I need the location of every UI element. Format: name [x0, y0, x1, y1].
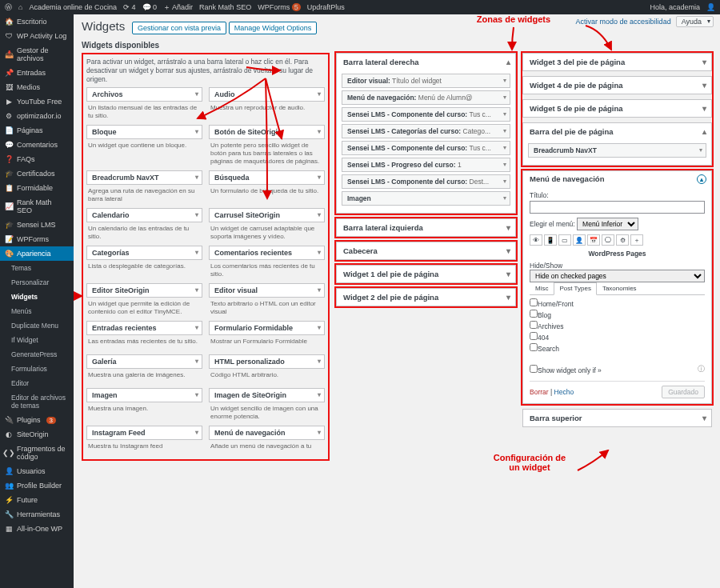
zone-barra-del-pie-de-página[interactable]: Barra del pie de página	[523, 123, 711, 140]
tab-post-types[interactable]: Post Types	[554, 282, 596, 295]
menu-escritorio[interactable]: 🏠Escritorio	[0, 14, 74, 29]
wopt-icon-1[interactable]: 📱	[544, 234, 557, 246]
menu-usuarios[interactable]: 👤Usuarios	[0, 464, 74, 478]
menu-profile-builder[interactable]: 👥Profile Builder	[0, 478, 74, 493]
menu-páginas[interactable]: 📄Páginas	[0, 123, 74, 138]
btn-preview[interactable]: Gestionar con vista previa	[132, 22, 226, 34]
avail-widget-audio[interactable]: Audio	[209, 87, 325, 102]
menu-menús[interactable]: Menús	[0, 304, 74, 318]
menu-apariencia[interactable]: 🎨Apariencia	[0, 246, 74, 261]
updates-icon[interactable]: ⟳ 4	[123, 3, 136, 11]
menu-if-widget[interactable]: If Widget	[0, 333, 74, 347]
menu-editor[interactable]: Editor	[0, 376, 74, 390]
menu-temas[interactable]: Temas	[0, 261, 74, 275]
site-name[interactable]: Academia online de Cocina	[29, 3, 117, 11]
wopt-icon-5[interactable]: 🖵	[602, 234, 614, 246]
menu-entradas[interactable]: 📌Entradas	[0, 66, 74, 80]
avail-widget-archivos[interactable]: Archivos	[86, 87, 202, 102]
menu-certificados[interactable]: 🎓Certificados	[0, 166, 74, 181]
avail-widget-breadcrumb-navxt[interactable]: Breadcrumb NavXT	[86, 170, 202, 185]
menu-comentarios[interactable]: 💬Comentarios	[0, 138, 74, 152]
menu-plugins[interactable]: 🔌Plugins3	[0, 413, 74, 427]
hide-show-select[interactable]: Hide on checked pages	[530, 270, 705, 282]
menu-optimizador.io[interactable]: ⚙optimizador.io	[0, 109, 74, 123]
avail-widget-galería[interactable]: Galería	[86, 354, 202, 369]
info-icon[interactable]: ⓘ	[698, 365, 705, 374]
avail-widget-imagen-de-siteorigin[interactable]: Imagen de SiteOrigin	[209, 388, 325, 402]
menu-formularios[interactable]: Formularios	[0, 362, 74, 376]
adminbar-updraft[interactable]: UpdraftPlus	[307, 3, 345, 11]
zone-widget-1-del-pie-de-página[interactable]: Widget 1 del pie de página	[337, 266, 515, 282]
avail-widget-editor-siteorigin[interactable]: Editor SiteOrigin	[86, 283, 202, 298]
menu-gestor-de-archivos[interactable]: 📥Gestor de archivos	[0, 43, 74, 66]
menu-herramientas[interactable]: 🔧Herramientas	[0, 507, 74, 522]
tab-taxonomies[interactable]: Taxonomies	[597, 282, 642, 294]
avail-widget-carrusel-siteorigin[interactable]: Carrusel SiteOrigin	[209, 208, 325, 222]
chk-blog[interactable]	[530, 310, 538, 318]
menu-duplicate-menu[interactable]: Duplicate Menu	[0, 318, 74, 333]
help-tab[interactable]: Ayuda	[676, 16, 714, 27]
avail-widget-búsqueda[interactable]: Búsqueda	[209, 170, 325, 185]
avail-widget-botón-de-siteorigin[interactable]: Botón de SiteOrigin	[209, 125, 325, 139]
chk-only-if[interactable]	[530, 365, 538, 373]
wopt-icon-6[interactable]: ⚙	[616, 234, 629, 246]
wconf-collapse-icon[interactable]: ▴	[697, 174, 706, 184]
menu-generatepress[interactable]: GeneratePress	[0, 347, 74, 362]
menu-personalizar[interactable]: Personalizar	[0, 275, 74, 290]
new-icon[interactable]: ＋ Añadir	[163, 2, 193, 13]
placed-widget[interactable]: Sensei LMS - Componente del curso: Dest.…	[342, 174, 510, 189]
menu-fragmentos-de-código[interactable]: ❮❯Fragmentos de código	[0, 442, 74, 464]
zone-widget-3-del-pie-de-página[interactable]: Widget 3 del pie de página	[523, 54, 711, 70]
zone-barra-superior[interactable]: Barra superior	[523, 410, 711, 426]
wopt-icon-0[interactable]: 👁	[530, 234, 542, 246]
menu-siteorigin[interactable]: ◐SiteOrigin	[0, 427, 74, 442]
zone-widget-2-del-pie-de-página[interactable]: Widget 2 del pie de página	[337, 289, 515, 306]
zone-barra-lateral-izquierda[interactable]: Barra lateral izquierda	[337, 219, 515, 236]
avail-widget-comentarios-recientes[interactable]: Comentarios recientes	[209, 246, 325, 260]
wopt-icon-3[interactable]: 👤	[573, 234, 586, 246]
tab-misc[interactable]: Misc	[530, 282, 554, 294]
avail-widget-menú-de-navegación[interactable]: Menú de navegación	[209, 426, 325, 440]
wopt-icon-2[interactable]: ▭	[558, 234, 571, 246]
wopt-icon-7[interactable]: ＋	[630, 234, 643, 246]
zone-cabecera[interactable]: Cabecera	[337, 242, 515, 259]
placed-widget[interactable]: Editor visual: Título del widget	[342, 74, 510, 88]
avail-widget-bloque[interactable]: Bloque	[86, 125, 202, 139]
menu-all-in-one-wp[interactable]: ▦All-in-One WP	[0, 522, 74, 536]
menu-editor-de-archivos-de-temas[interactable]: Editor de archivos de temas	[0, 390, 74, 413]
placed-widget[interactable]: Sensei LMS - Componente del curso: Tus c…	[342, 107, 510, 122]
zone-barra-lateral-derecha[interactable]: Barra lateral derecha	[337, 54, 515, 70]
avail-widget-html-personalizado[interactable]: HTML personalizado	[209, 354, 325, 369]
zone-widget-4-de-pie-de-página[interactable]: Widget 4 de pie de página	[523, 77, 711, 94]
wp-logo-icon[interactable]: ⓦ	[5, 2, 12, 13]
accessibility-link[interactable]: Activar modo de accesibilidad	[576, 18, 671, 26]
menu-medios[interactable]: 🖼Medios	[0, 80, 74, 94]
menu-youtube-free[interactable]: ▶YouTube Free	[0, 94, 74, 109]
zone-widget-5-de-pie-de-página[interactable]: Widget 5 de pie de página	[523, 100, 711, 117]
comments-icon[interactable]: 💬 0	[142, 3, 158, 11]
avail-widget-calendario[interactable]: Calendario	[86, 208, 202, 222]
chk-home-front[interactable]	[530, 298, 538, 306]
menu-rank-math-seo[interactable]: 📈Rank Math SEO	[0, 195, 74, 218]
chk--[interactable]	[530, 332, 538, 340]
menu-formidable[interactable]: 📋Formidable	[0, 181, 74, 195]
menu-sensei-lms[interactable]: 🎓Sensei LMS	[0, 218, 74, 232]
avatar-icon[interactable]: 👤	[706, 3, 715, 11]
adminbar-rankmath[interactable]: Rank Math SEO	[199, 3, 251, 11]
menu-wpforms[interactable]: 📝WPForms	[0, 232, 74, 246]
chk-archives[interactable]	[530, 321, 538, 329]
select-menu[interactable]: Menú Inferior	[577, 218, 638, 230]
avail-widget-instagram-feed[interactable]: Instagram Feed	[86, 426, 202, 440]
chk-search[interactable]	[530, 343, 538, 351]
placed-widget[interactable]: Menú de navegación: Menú de Alumn@	[342, 90, 510, 105]
menu-faqs[interactable]: ❓FAQs	[0, 152, 74, 166]
btn-options[interactable]: Manage Widget Options	[229, 22, 318, 34]
link-done[interactable]: Hecho	[554, 388, 574, 396]
avail-widget-entradas-recientes[interactable]: Entradas recientes	[86, 321, 202, 335]
placed-widget[interactable]: Breadcrumb NavXT	[528, 143, 706, 158]
adminbar-wpforms[interactable]: WPForms 5	[258, 3, 301, 11]
menu-wp-activity-log[interactable]: 🛡WP Activity Log	[0, 29, 74, 43]
avail-widget-editor-visual[interactable]: Editor visual	[209, 283, 325, 298]
menu-future[interactable]: ⚡Future	[0, 493, 74, 507]
avail-widget-imagen[interactable]: Imagen	[86, 388, 202, 402]
